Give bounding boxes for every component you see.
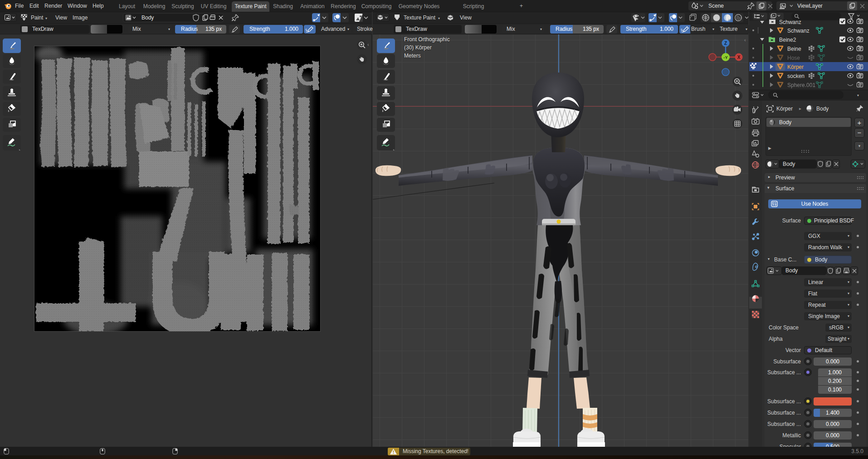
svg-text:-Y: -Y	[723, 55, 728, 60]
svg-text:X: X	[737, 55, 741, 60]
svg-text:socken: socken	[787, 73, 805, 79]
svg-text:Sphere.001: Sphere.001	[787, 82, 815, 88]
svg-text:Z: Z	[724, 41, 727, 46]
svg-text:Körper: Körper	[787, 64, 804, 70]
svg-text:Schwanz: Schwanz	[787, 28, 809, 34]
svg-text:Beine: Beine	[787, 46, 801, 52]
svg-text:Schwanz: Schwanz	[779, 19, 801, 25]
svg-text:Hose: Hose	[787, 55, 800, 61]
svg-text:Beine2: Beine2	[779, 37, 796, 43]
